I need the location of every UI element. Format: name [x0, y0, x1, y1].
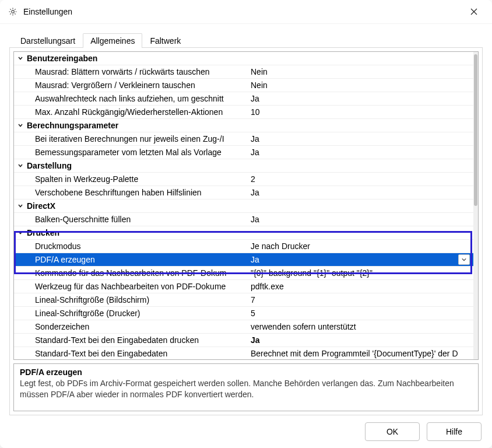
- property-row[interactable]: DruckmodusJe nach Drucker: [14, 240, 473, 253]
- property-label: Mausrad: Blättern vorwärts / rückwärts t…: [35, 65, 251, 78]
- property-row[interactable]: Mausrad: Vergrößern / Verkleinern tausch…: [14, 79, 473, 92]
- chevron-down-icon: [14, 226, 27, 239]
- property-row[interactable]: Spalten in Werkzeug-Palette2: [14, 173, 473, 186]
- vertical-scrollbar[interactable]: [473, 52, 478, 359]
- dropdown-button[interactable]: [458, 254, 470, 265]
- property-label: Kommando für das Nachbearbeiten von PDF-…: [35, 267, 251, 279]
- property-label: Standard-Text bei den Eingabedaten druck…: [35, 334, 251, 346]
- tab-darstellungsart[interactable]: Darstellungsart: [13, 33, 83, 48]
- description-body: Legt fest, ob PDFs im Archiv-Format gesp…: [20, 378, 472, 400]
- titlebar: Einstellungen: [0, 0, 492, 24]
- property-value[interactable]: Nein: [251, 79, 473, 92]
- tab-allgemeines[interactable]: Allgemeines: [83, 33, 142, 48]
- property-grid-wrap: BenutzereingabenMausrad: Blättern vorwär…: [13, 51, 479, 360]
- content-area: Darstellungsart Allgemeines Faltwerk Ben…: [0, 24, 492, 415]
- tab-bar: Darstellungsart Allgemeines Faltwerk: [9, 30, 483, 48]
- chevron-down-icon: [14, 119, 27, 132]
- ok-button[interactable]: OK: [365, 422, 420, 441]
- property-label: Spalten in Werkzeug-Palette: [35, 173, 251, 186]
- property-label: Bei iterativen Berechnungen nur jeweils …: [35, 132, 251, 145]
- property-value[interactable]: Ja: [251, 92, 473, 105]
- property-row[interactable]: Kommando für das Nachbearbeiten von PDF-…: [14, 267, 473, 280]
- property-label: Verschobene Beschriftungen haben Hilfsli…: [35, 186, 251, 199]
- property-row[interactable]: Standard-Text bei den EingabedatenBerech…: [14, 347, 473, 359]
- property-value[interactable]: 10: [251, 106, 473, 118]
- property-row[interactable]: Werkzeug für das Nachbearbeiten von PDF-…: [14, 280, 473, 293]
- property-value[interactable]: Ja: [251, 132, 473, 145]
- property-row[interactable]: Lineal-Schriftgröße (Drucker)5: [14, 307, 473, 320]
- property-label: Balken-Querschnitte füllen: [35, 213, 251, 226]
- category-label: Drucken: [27, 226, 473, 239]
- property-value[interactable]: pdftk.exe: [251, 280, 473, 293]
- property-label: Sonderzeichen: [35, 320, 251, 333]
- property-value[interactable]: Ja: [251, 186, 473, 199]
- property-value[interactable]: verwenden sofern unterstützt: [251, 320, 473, 333]
- property-value[interactable]: 5: [251, 307, 473, 320]
- category-header[interactable]: Darstellung: [14, 159, 473, 173]
- property-value[interactable]: Ja: [251, 213, 473, 226]
- description-panel: PDF/A erzeugen Legt fest, ob PDFs im Arc…: [13, 363, 479, 411]
- svg-point-0: [12, 10, 15, 13]
- gear-icon: [8, 7, 17, 16]
- property-label: Druckmodus: [35, 240, 251, 253]
- category-label: Berechnungsparameter: [27, 119, 473, 132]
- property-label: Mausrad: Vergrößern / Verkleinern tausch…: [35, 79, 251, 92]
- property-label: Auswahlrechteck nach links aufziehen, um…: [35, 92, 251, 105]
- chevron-down-icon: [14, 159, 27, 172]
- property-label: PDF/A erzeugen: [35, 253, 251, 266]
- property-label: Lineal-Schriftgröße (Bildschirm): [35, 293, 251, 306]
- category-label: Darstellung: [27, 159, 473, 172]
- property-label: Werkzeug für das Nachbearbeiten von PDF-…: [35, 280, 251, 293]
- property-row[interactable]: Sonderzeichenverwenden sofern unterstütz…: [14, 320, 473, 334]
- property-value[interactable]: Je nach Drucker: [251, 240, 473, 253]
- category-header[interactable]: Drucken: [14, 226, 473, 240]
- property-row[interactable]: Standard-Text bei den Eingabedaten druck…: [14, 334, 473, 347]
- window-title: Einstellungen: [22, 7, 461, 16]
- property-row[interactable]: Auswahlrechteck nach links aufziehen, um…: [14, 92, 473, 106]
- property-row[interactable]: Bei iterativen Berechnungen nur jeweils …: [14, 132, 473, 146]
- property-value[interactable]: Berechnet mit dem Programmteil '{Documen…: [251, 347, 473, 359]
- property-row[interactable]: Verschobene Beschriftungen haben Hilfsli…: [14, 186, 473, 200]
- category-header[interactable]: DirectX: [14, 200, 473, 213]
- property-row[interactable]: Max. Anzahl Rückgängig/Wiederherstellen-…: [14, 106, 473, 119]
- help-button[interactable]: Hilfe: [427, 422, 482, 441]
- scrollbar-thumb[interactable]: [474, 54, 477, 206]
- property-row[interactable]: Balken-Querschnitte füllenJa: [14, 213, 473, 226]
- dialog-buttons: OK Hilfe: [0, 415, 492, 448]
- category-label: Benutzereingaben: [27, 52, 473, 65]
- property-value[interactable]: Ja: [251, 253, 458, 266]
- property-row[interactable]: PDF/A erzeugenJa: [14, 253, 473, 267]
- description-title: PDF/A erzeugen: [20, 368, 472, 377]
- property-grid[interactable]: BenutzereingabenMausrad: Blättern vorwär…: [14, 52, 473, 359]
- property-row[interactable]: Mausrad: Blättern vorwärts / rückwärts t…: [14, 65, 473, 79]
- property-value[interactable]: 7: [251, 293, 473, 306]
- tab-faltwerk[interactable]: Faltwerk: [142, 33, 188, 48]
- chevron-down-icon: [14, 52, 27, 65]
- tab-page: BenutzereingabenMausrad: Blättern vorwär…: [9, 48, 483, 415]
- property-label: Standard-Text bei den Eingabedaten: [35, 347, 251, 359]
- property-value[interactable]: "{0}" background "{1}" output "{2}": [251, 267, 473, 279]
- category-header[interactable]: Benutzereingaben: [14, 52, 473, 65]
- property-value[interactable]: 2: [251, 173, 473, 186]
- property-value[interactable]: Ja: [251, 146, 473, 159]
- category-header[interactable]: Berechnungsparameter: [14, 119, 473, 132]
- property-value[interactable]: Ja: [251, 334, 473, 346]
- property-row[interactable]: Lineal-Schriftgröße (Bildschirm)7: [14, 293, 473, 307]
- property-value[interactable]: Nein: [251, 65, 473, 78]
- category-label: DirectX: [27, 200, 473, 212]
- property-label: Max. Anzahl Rückgängig/Wiederherstellen-…: [35, 106, 251, 118]
- property-row[interactable]: Bemessungsparameter vom letzten Mal als …: [14, 146, 473, 159]
- settings-dialog: Einstellungen Darstellungsart Allgemeine…: [0, 0, 492, 448]
- close-button[interactable]: [461, 0, 487, 23]
- chevron-down-icon: [14, 200, 27, 212]
- property-label: Bemessungsparameter vom letzten Mal als …: [35, 146, 251, 159]
- property-label: Lineal-Schriftgröße (Drucker): [35, 307, 251, 320]
